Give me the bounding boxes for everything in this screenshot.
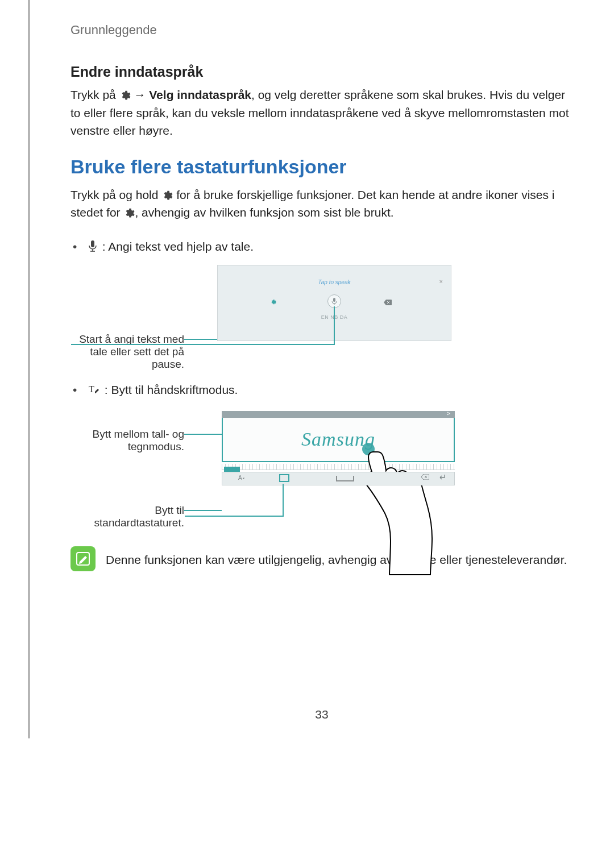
figure-voice: Start å angi tekst med tale eller sett d… <box>70 265 573 371</box>
fig1-panel: Tap to speak × EN NB DA <box>217 265 451 341</box>
page-number: 33 <box>70 708 573 721</box>
bold-velg: Velg inndataspråk <box>149 88 251 101</box>
handwriting-area: Samsung <box>222 418 455 462</box>
handwriting-icon: T <box>88 383 100 401</box>
svg-text:T: T <box>89 384 94 394</box>
p1-before: Trykk på <box>70 88 119 101</box>
gear-icon <box>161 190 173 201</box>
subheading-endre: Endre inndataspråk <box>70 64 573 80</box>
svg-rect-3 <box>333 298 335 302</box>
keyboard-icon <box>279 474 289 482</box>
close-icon: × <box>439 278 443 285</box>
bullet-mic: : Angi tekst ved hjelp av tale. <box>70 238 573 258</box>
fig2-ruler <box>222 464 455 470</box>
tap-to-speak-label: Tap to speak <box>218 279 451 285</box>
gear-icon <box>270 297 276 308</box>
bullet-handwriting-text: : Bytt til håndskriftmodus. <box>105 383 238 396</box>
bullet-mic-text: : Angi tekst ved hjelp av tale. <box>102 240 254 253</box>
note-box: Denne funksjonen kan være utilgjengelig,… <box>70 546 573 571</box>
gear-icon <box>119 90 131 101</box>
breadcrumb: Grunnleggende <box>70 23 573 38</box>
figure-handwriting: Bytt mellom tall- og tegnmodus. Bytt til… <box>70 411 573 529</box>
svg-text:A: A <box>238 475 242 481</box>
mic-icon <box>88 239 98 258</box>
heading-bruke: Bruke flere tastaturfunksjoner <box>70 156 573 178</box>
enter-icon <box>438 474 445 481</box>
fig2-callout1: Bytt mellom tall- og tegnmodus. <box>70 428 184 453</box>
touch-dot <box>362 443 375 455</box>
p2-after: , avhengig av hvilken funksjon som sist … <box>135 206 393 219</box>
fig1-callout: Start å angi tekst med tale eller sett d… <box>70 333 184 371</box>
backspace-icon <box>384 297 392 308</box>
bullet-handwriting: T : Bytt til håndskriftmodus. <box>70 381 573 401</box>
p1-after: , og velg deretter språkene som skal bru… <box>70 88 569 137</box>
gear-icon <box>123 207 135 219</box>
pen-icon: A <box>238 474 245 482</box>
backspace-icon <box>421 474 429 481</box>
paragraph-1: Trykk på → Velg inndataspråk, og velg de… <box>70 86 573 140</box>
note-text: Denne funksjonen kan være utilgjengelig,… <box>106 546 567 569</box>
fig2-callout2: Bytt til standardtastaturet. <box>70 504 184 529</box>
svg-rect-0 <box>91 240 94 247</box>
arrow-glyph: → <box>134 88 146 101</box>
note-icon <box>70 546 96 571</box>
paragraph-2: Trykk på og hold for å bruke forskjellig… <box>70 186 573 222</box>
space-icon <box>336 476 354 481</box>
fig2-bottombar: A <box>222 472 455 485</box>
p2-before: Trykk på og hold <box>70 188 161 201</box>
fig2-topbar <box>222 411 455 418</box>
